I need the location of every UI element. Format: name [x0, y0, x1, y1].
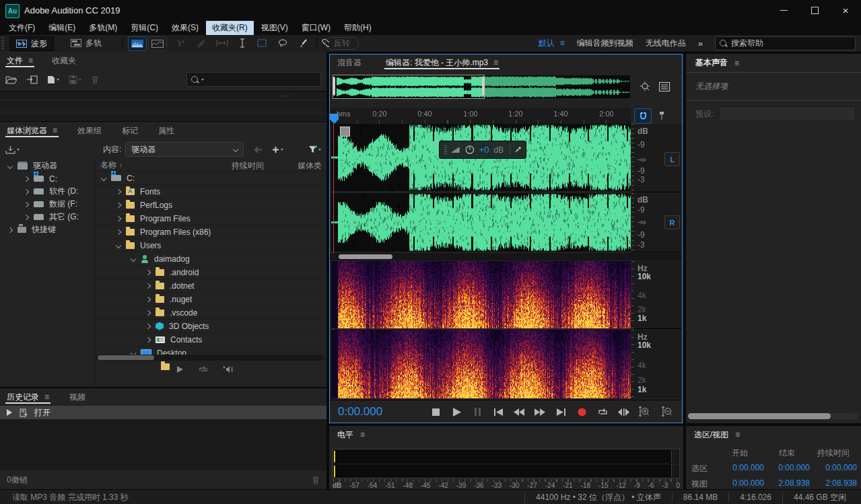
rewind-button[interactable] — [512, 405, 526, 419]
panel-menu-icon[interactable]: ≡ — [735, 430, 740, 439]
waveform-view-button[interactable]: 波形 — [9, 36, 54, 51]
new-file-button[interactable] — [47, 75, 59, 84]
selection-start-value[interactable]: 0:00.000 — [716, 463, 764, 474]
tab-effects-rack[interactable]: 效果组 — [77, 122, 102, 139]
hud-knob-icon[interactable] — [465, 144, 475, 155]
column-duration[interactable]: 持续时间 — [232, 160, 264, 172]
menu-effects[interactable]: 效果(S) — [166, 21, 205, 35]
panel-menu-icon[interactable]: ≡ — [28, 56, 33, 65]
marker-button[interactable] — [655, 108, 668, 122]
maximize-button[interactable] — [799, 0, 830, 20]
zoom-in-button[interactable] — [636, 404, 651, 418]
file-row-dotnet[interactable]: .dotnet — [95, 279, 326, 293]
panel-menu-icon[interactable]: ≡ — [53, 126, 57, 135]
tab-mixer[interactable]: 混音器 — [337, 54, 361, 71]
skip-to-end-button[interactable] — [553, 405, 568, 419]
selection-duration-value[interactable]: 0:00.000 — [810, 463, 857, 474]
hud-grip[interactable] — [444, 145, 447, 154]
editor-mid-scrollbar-thumb[interactable] — [339, 254, 392, 259]
tree-item-shortcuts[interactable]: 快捷键 — [0, 223, 94, 236]
menu-window[interactable]: 窗口(W) — [296, 21, 337, 35]
import-media-button[interactable] — [5, 145, 20, 154]
menu-help[interactable]: 帮助(H) — [338, 21, 378, 35]
view-duration-value[interactable]: 2:08.938 — [810, 478, 857, 490]
preset-input[interactable] — [719, 106, 856, 121]
files-list[interactable]: ⋯ — [0, 91, 326, 121]
tab-video[interactable]: 视频 — [69, 388, 85, 406]
editor-mid-scrollbar[interactable] — [330, 253, 682, 260]
tab-favorites[interactable]: 收藏夹 — [52, 52, 76, 69]
hud-pin-icon[interactable] — [515, 146, 521, 153]
tree-item-drives[interactable]: 驱动器 — [0, 159, 94, 172]
right-channel-button[interactable]: R — [664, 215, 680, 229]
timeline-ruler[interactable]: hms 0:20 0:40 1:00 1:20 1:40 2:00 — [330, 108, 631, 124]
show-spectral-toggle[interactable] — [148, 36, 167, 51]
overview-zoom-icon[interactable] — [638, 79, 653, 94]
menu-favorites[interactable]: 收藏夹(R) — [206, 21, 254, 35]
marquee-selection-tool[interactable] — [254, 36, 269, 50]
menu-clip[interactable]: 剪辑(C) — [125, 21, 164, 35]
file-row-nuget[interactable]: .nuget — [95, 293, 326, 306]
tree-item-drive-d[interactable]: 软件 (D: — [0, 185, 94, 198]
workspace-radio-production[interactable]: 无线电作品 — [646, 38, 686, 49]
menu-edit[interactable]: 编辑(E) — [42, 21, 81, 35]
hud-gain-value[interactable]: +0 — [479, 145, 489, 155]
tab-properties[interactable]: 属性 — [158, 122, 174, 139]
editor-display-menu-icon[interactable] — [658, 80, 671, 94]
pause-button[interactable] — [470, 405, 485, 419]
history-entry-open[interactable]: 打开 — [0, 406, 326, 419]
workspace-menu-icon[interactable]: ≡ — [560, 38, 565, 48]
file-row-android[interactable]: .android — [95, 266, 326, 279]
spectrogram-right-channel[interactable] — [331, 330, 631, 398]
skip-to-start-button[interactable] — [491, 405, 506, 419]
panel-menu-icon[interactable]: ≡ — [493, 58, 498, 67]
tree-item-drive-g[interactable]: 其它 (G: — [0, 211, 94, 223]
content-select[interactable]: 驱动器 — [125, 142, 244, 157]
file-row-perflogs[interactable]: PerfLogs — [95, 199, 326, 212]
menu-file[interactable]: 文件(F) — [3, 21, 41, 35]
close-button[interactable]: × — [830, 0, 861, 20]
file-row-program-files[interactable]: Program Files — [95, 212, 326, 225]
tree-item-drive-c[interactable]: C: — [0, 172, 94, 185]
preview-loop-button[interactable] — [199, 365, 208, 373]
preview-autoplay-button[interactable] — [223, 365, 233, 373]
tab-files[interactable]: 文件≡ — [7, 52, 33, 69]
clear-history-button[interactable] — [312, 476, 320, 484]
move-tool[interactable] — [174, 36, 187, 50]
workspace-default[interactable]: 默认 ≡ — [539, 38, 565, 49]
file-row-c[interactable]: C: — [95, 172, 326, 185]
clear-files-button[interactable] — [91, 75, 99, 84]
toolbar-grip[interactable] — [1, 37, 4, 49]
media-hscrollbar-thumb[interactable] — [98, 355, 154, 360]
panel-menu-icon[interactable]: ≡ — [44, 392, 49, 402]
column-overflow-icon[interactable]: ⋯ — [282, 92, 289, 100]
skip-selection-button[interactable] — [616, 405, 631, 419]
tab-markers[interactable]: 标记 — [122, 122, 138, 139]
show-waveform-toggle[interactable] — [128, 36, 147, 51]
panel-menu-icon[interactable]: ≡ — [734, 59, 739, 68]
hud-gain-control[interactable]: +0 dB — [439, 141, 526, 159]
fast-forward-button[interactable] — [532, 405, 547, 419]
view-end-value[interactable]: 2:08.938 — [764, 478, 810, 490]
help-search-box[interactable]: 搜索帮助 — [715, 36, 856, 50]
track-layer-badge[interactable] — [340, 127, 350, 137]
add-shortcut-button[interactable] — [272, 146, 283, 153]
import-file-button[interactable] — [26, 75, 38, 84]
essential-sound-hscrollbar-thumb[interactable] — [688, 413, 831, 419]
column-name[interactable]: 名称↑ — [95, 159, 123, 171]
slip-tool[interactable] — [214, 36, 230, 50]
essential-sound-hscrollbar[interactable] — [688, 413, 858, 419]
left-channel-button[interactable]: L — [664, 152, 680, 166]
tree-item-drive-f[interactable]: 数据 (F: — [0, 198, 94, 211]
history-list-empty[interactable] — [0, 419, 326, 470]
time-selection-tool[interactable] — [237, 36, 248, 50]
record-button[interactable] — [574, 405, 589, 419]
panel-menu-icon[interactable]: ≡ — [360, 430, 365, 439]
spectrogram-left-channel[interactable] — [331, 261, 631, 328]
paintbrush-tool[interactable] — [296, 36, 310, 50]
tab-editor[interactable]: 编辑器: 我爱他 - 王小帅.mp3≡ — [386, 54, 498, 71]
minimize-button[interactable] — [768, 0, 799, 20]
lasso-selection-tool[interactable] — [276, 36, 289, 50]
menu-view[interactable]: 视图(V) — [255, 21, 294, 35]
zoom-out-button[interactable] — [659, 404, 674, 418]
